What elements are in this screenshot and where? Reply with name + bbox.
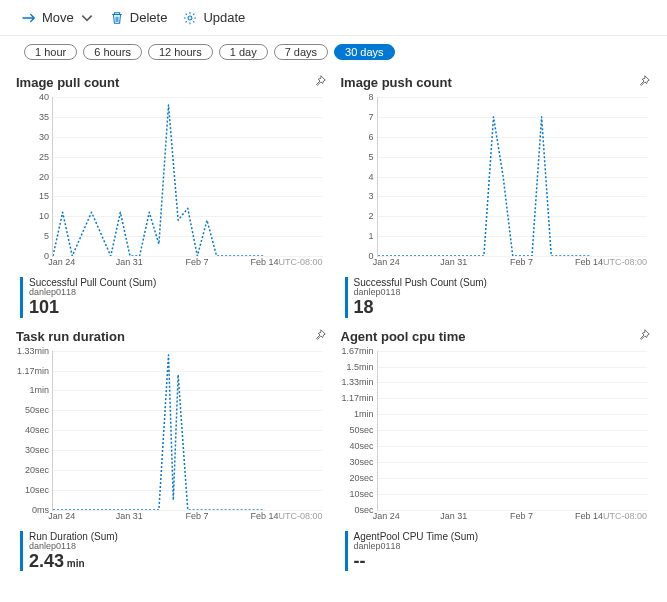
move-button[interactable]: Move (16, 6, 100, 29)
y-tick: 7 (340, 112, 374, 122)
y-tick: 1.33min (340, 377, 374, 387)
legend-value: 18 (354, 298, 652, 318)
y-tick: 20sec (15, 465, 49, 475)
y-tick: 1.67min (340, 346, 374, 356)
chart-line (378, 97, 648, 256)
metric-legend: Successful Pull Count (Sum)danlep0118101 (20, 277, 327, 318)
timezone-label: UTC-08:00 (278, 511, 322, 521)
metrics-grid: Image pull count4035302520151050Jan 24Ja… (0, 66, 667, 587)
y-tick: 8 (340, 92, 374, 102)
chart-line (53, 97, 323, 256)
pin-icon[interactable] (313, 74, 327, 91)
x-tick: Jan 24 (373, 511, 400, 521)
y-tick: 0 (15, 251, 49, 261)
x-axis: Jan 24Jan 31Feb 7Feb 14UTC-08:00 (377, 511, 648, 525)
y-tick: 35 (15, 112, 49, 122)
y-tick: 0 (340, 251, 374, 261)
metric-card: Agent pool cpu time1.67min1.5min1.33min1… (341, 328, 652, 572)
card-title: Agent pool cpu time (341, 329, 466, 344)
card-title: Image push count (341, 75, 452, 90)
x-tick: Jan 31 (440, 511, 467, 521)
legend-value: 2.43 min (29, 552, 327, 572)
y-tick: 2 (340, 211, 374, 221)
chart-area: 1.33min1.17min1min50sec40sec30sec20sec10… (52, 351, 323, 511)
y-tick: 4 (340, 172, 374, 182)
time-range-filter: 1 hour6 hours12 hours1 day7 days30 days (0, 36, 667, 66)
metric-legend: Run Duration (Sum)danlep01182.43 min (20, 531, 327, 572)
x-tick: Jan 31 (116, 511, 143, 521)
chevron-down-icon (80, 11, 94, 25)
time-pill-12-hours[interactable]: 12 hours (148, 44, 213, 60)
delete-button[interactable]: Delete (104, 6, 174, 29)
pin-icon[interactable] (637, 328, 651, 345)
x-axis: Jan 24Jan 31Feb 7Feb 14UTC-08:00 (52, 257, 323, 271)
y-tick: 1.33min (15, 346, 49, 356)
x-tick: Feb 14 (251, 511, 279, 521)
delete-label: Delete (130, 10, 168, 25)
y-tick: 1.5min (340, 362, 374, 372)
y-tick: 15 (15, 191, 49, 201)
chart-area: 1.67min1.5min1.33min1.17min1min50sec40se… (377, 351, 648, 511)
legend-value: -- (354, 552, 652, 572)
legend-resource: danlep0118 (29, 542, 327, 552)
card-title: Image pull count (16, 75, 119, 90)
toolbar: Move Delete Update (0, 0, 667, 36)
x-tick: Feb 7 (185, 511, 208, 521)
time-pill-30-days[interactable]: 30 days (334, 44, 395, 60)
x-tick: Feb 7 (510, 511, 533, 521)
metric-card: Image pull count4035302520151050Jan 24Ja… (16, 74, 327, 318)
y-tick: 30 (15, 132, 49, 142)
legend-resource: danlep0118 (29, 288, 327, 298)
metric-legend: AgentPool CPU Time (Sum)danlep0118-- (345, 531, 652, 572)
x-axis: Jan 24Jan 31Feb 7Feb 14UTC-08:00 (377, 257, 648, 271)
legend-value: 101 (29, 298, 327, 318)
time-pill-6-hours[interactable]: 6 hours (83, 44, 142, 60)
metric-card: Image push count876543210Jan 24Jan 31Feb… (341, 74, 652, 318)
chart-line (53, 351, 323, 510)
pin-icon[interactable] (637, 74, 651, 91)
time-pill-7-days[interactable]: 7 days (274, 44, 328, 60)
y-tick: 1.17min (15, 366, 49, 376)
y-tick: 20 (15, 172, 49, 182)
y-tick: 1.17min (340, 393, 374, 403)
legend-resource: danlep0118 (354, 542, 652, 552)
timezone-label: UTC-08:00 (603, 511, 647, 521)
delete-icon (110, 11, 124, 25)
y-tick: 50sec (340, 425, 374, 435)
y-tick: 10 (15, 211, 49, 221)
update-button[interactable]: Update (177, 6, 251, 29)
metric-legend: Successful Push Count (Sum)danlep011818 (345, 277, 652, 318)
x-tick: Feb 14 (575, 257, 603, 267)
y-tick: 10sec (340, 489, 374, 499)
move-icon (22, 11, 36, 25)
y-tick: 1 (340, 231, 374, 241)
pin-icon[interactable] (313, 328, 327, 345)
card-title: Task run duration (16, 329, 125, 344)
x-tick: Feb 14 (251, 257, 279, 267)
timezone-label: UTC-08:00 (278, 257, 322, 267)
y-tick: 40sec (340, 441, 374, 451)
y-tick: 1min (340, 409, 374, 419)
y-tick: 50sec (15, 405, 49, 415)
y-tick: 0sec (340, 505, 374, 515)
x-tick: Jan 24 (48, 257, 75, 267)
y-tick: 30sec (340, 457, 374, 467)
x-tick: Jan 24 (48, 511, 75, 521)
time-pill-1-hour[interactable]: 1 hour (24, 44, 77, 60)
x-tick: Jan 31 (440, 257, 467, 267)
time-pill-1-day[interactable]: 1 day (219, 44, 268, 60)
x-tick: Feb 14 (575, 511, 603, 521)
x-tick: Feb 7 (185, 257, 208, 267)
update-label: Update (203, 10, 245, 25)
metric-card: Task run duration1.33min1.17min1min50sec… (16, 328, 327, 572)
y-tick: 25 (15, 152, 49, 162)
legend-resource: danlep0118 (354, 288, 652, 298)
y-tick: 6 (340, 132, 374, 142)
timezone-label: UTC-08:00 (603, 257, 647, 267)
y-tick: 1min (15, 385, 49, 395)
chart-area: 4035302520151050 (52, 97, 323, 257)
x-axis: Jan 24Jan 31Feb 7Feb 14UTC-08:00 (52, 511, 323, 525)
y-tick: 30sec (15, 445, 49, 455)
x-tick: Jan 24 (373, 257, 400, 267)
y-tick: 40 (15, 92, 49, 102)
